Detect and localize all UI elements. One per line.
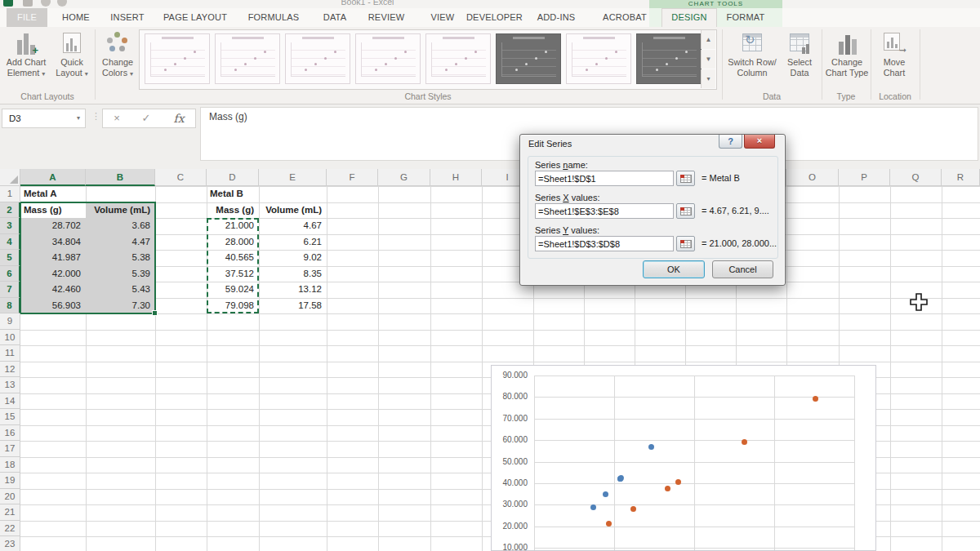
chart-style-thumbnail-5[interactable] [425,33,491,84]
data-point-metal-b[interactable] [742,439,747,445]
column-header-g[interactable]: G [378,169,430,186]
series-name-range-picker-button[interactable] [676,171,695,186]
change-chart-type-button[interactable]: Change Chart Type [825,30,869,89]
column-header-f[interactable]: F [327,169,378,186]
chart-style-thumbnail-4[interactable] [355,33,421,84]
chart-style-thumbnail-3[interactable] [285,33,350,84]
data-point-metal-a[interactable] [618,475,624,481]
row-header-4[interactable]: 4 [0,234,20,251]
row-header-17[interactable]: 17 [0,441,20,457]
row-header-19[interactable]: 19 [0,473,20,489]
cell-e8[interactable]: 17.58 [259,298,327,314]
series-name-input[interactable] [535,171,674,186]
chart-style-thumbnail-2[interactable] [215,33,280,84]
row-header-16[interactable]: 16 [0,425,20,442]
dialog-close-button[interactable]: × [744,135,775,149]
row-header-10[interactable]: 10 [0,330,20,346]
tab-view[interactable]: VIEW [420,8,466,27]
column-header-h[interactable]: H [430,169,482,186]
column-header-r[interactable]: R [942,169,980,186]
row-header-18[interactable]: 18 [0,457,20,473]
series-x-values-input[interactable] [535,203,674,219]
cancel-button[interactable]: Cancel [712,260,773,278]
quick-layout-button[interactable]: Quick Layout ▾ [51,30,93,89]
cell-d2[interactable]: Mass (g) [207,202,259,219]
tab-data[interactable]: DATA [314,8,355,27]
series-x-range-picker-button[interactable] [676,203,695,219]
cell-d1[interactable]: Metal B [207,186,259,202]
name-box-dropdown-icon[interactable]: ▾ [77,109,80,127]
chart-style-thumbnail-1[interactable] [145,33,210,84]
select-all-corner[interactable] [0,169,20,186]
cell-e2[interactable]: Volume (mL) [259,202,327,219]
row-header-3[interactable]: 3 [0,218,20,234]
series-y-range-picker-button[interactable] [676,236,695,251]
ok-button[interactable]: OK [643,260,705,278]
cell-e6[interactable]: 8.35 [259,266,327,282]
chart-style-thumbnail-8[interactable] [636,33,702,84]
row-header-14[interactable]: 14 [0,393,20,410]
column-header-q[interactable]: Q [890,169,942,186]
data-point-metal-a[interactable] [590,504,596,510]
data-point-metal-b[interactable] [813,396,818,402]
row-header-5[interactable]: 5 [0,250,20,266]
tab-formulas[interactable]: FORMULAS [241,8,306,27]
series-y-values-input[interactable] [535,236,674,251]
data-point-metal-b[interactable] [665,486,670,491]
data-point-metal-a[interactable] [648,444,654,450]
row-header-6[interactable]: 6 [0,266,20,282]
row-header-8[interactable]: 8 [0,298,20,314]
row-header-23[interactable]: 23 [0,536,20,551]
gallery-scroll-up-icon[interactable]: ▲ [701,30,715,49]
enter-formula-icon[interactable]: ✓ [134,109,158,127]
tab-format[interactable]: FORMAT [717,8,774,27]
cell-e7[interactable]: 13.12 [259,282,327,298]
row-header-22[interactable]: 22 [0,521,20,537]
insert-function-icon[interactable]: fx [167,109,191,127]
tab-page-layout[interactable]: PAGE LAYOUT [157,8,234,27]
column-header-a[interactable]: A [20,169,86,186]
switch-row-column-button[interactable]: ↻ Switch Row/ Column [725,30,779,89]
tab-developer[interactable]: DEVELOPER [460,8,529,27]
column-header-p[interactable]: P [839,169,890,186]
tab-design[interactable]: DESIGN [662,8,717,27]
move-chart-button[interactable]: ➞ Move Chart [874,30,915,89]
row-header-11[interactable]: 11 [0,345,20,362]
row-header-20[interactable]: 20 [0,489,20,505]
cell-e3[interactable]: 4.67 [259,218,327,234]
save-icon[interactable] [23,0,33,7]
data-point-metal-a[interactable] [603,491,608,497]
select-data-button[interactable]: Select Data [781,30,818,89]
tab-insert[interactable]: INSERT [102,8,153,27]
row-header-2[interactable]: 2 [0,202,20,219]
tab-review[interactable]: REVIEW [361,8,412,27]
gallery-more-icon[interactable]: ▾ [701,69,715,88]
add-chart-element-button[interactable]: + Add Chart Element ▾ [3,30,49,89]
cell-e5[interactable]: 9.02 [259,250,327,266]
tab-home[interactable]: HOME [51,8,101,27]
column-header-c[interactable]: C [155,169,207,186]
dialog-help-button[interactable]: ? [719,135,742,149]
gallery-scroll-down-icon[interactable]: ▼ [701,50,715,69]
column-header-e[interactable]: E [259,169,327,186]
row-header-9[interactable]: 9 [0,313,20,330]
tab-acrobat[interactable]: ACROBAT [592,8,657,27]
data-point-metal-b[interactable] [630,506,636,512]
cell-e4[interactable]: 6.21 [259,234,327,251]
row-header-1[interactable]: 1 [0,186,20,202]
column-header-d[interactable]: D [207,169,259,186]
row-header-12[interactable]: 12 [0,362,20,378]
row-header-7[interactable]: 7 [0,282,20,298]
tab-file[interactable]: FILE [7,8,47,27]
chart-style-thumbnail-6[interactable] [496,33,561,84]
change-colors-button[interactable]: Change Colors ▾ [98,30,137,89]
row-header-21[interactable]: 21 [0,504,20,521]
row-header-15[interactable]: 15 [0,409,20,425]
undo-icon[interactable] [41,0,51,7]
column-header-b[interactable]: B [86,169,155,186]
column-header-o[interactable]: O [786,169,839,186]
redo-icon[interactable] [57,0,67,7]
name-box[interactable]: D3 ▾ [2,109,86,128]
cell-a1[interactable]: Metal A [20,186,86,202]
tab-add-ins[interactable]: ADD-INS [529,8,583,27]
